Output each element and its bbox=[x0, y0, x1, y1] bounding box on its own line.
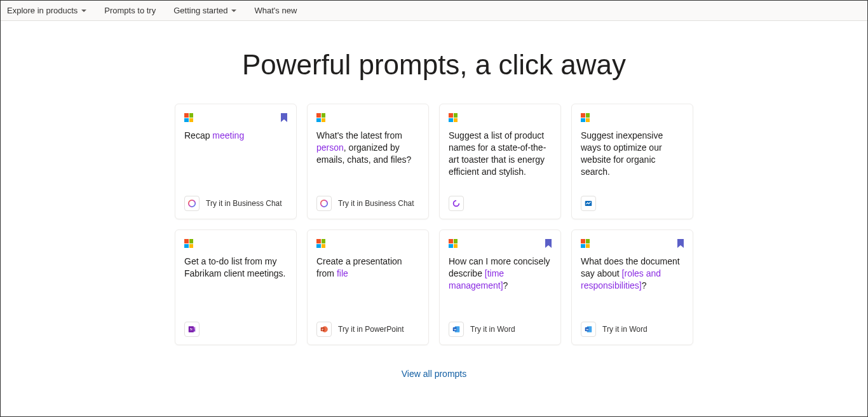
chevron-down-icon bbox=[231, 10, 236, 12]
bookmark-icon[interactable] bbox=[281, 113, 287, 122]
card-footer: WTry it in Word bbox=[581, 322, 684, 337]
prompt-text: How can I more concisely describe [time … bbox=[449, 256, 552, 317]
svg-text:W: W bbox=[586, 328, 589, 331]
svg-text:W: W bbox=[454, 328, 457, 331]
svg-point-0 bbox=[189, 200, 196, 207]
prompt-text-pre: Create a presentation from bbox=[316, 256, 402, 278]
copilot-icon[interactable] bbox=[184, 196, 200, 211]
svg-point-1 bbox=[321, 200, 328, 207]
prompt-text-pre: Get a to-do list from my Fabrikam client… bbox=[184, 256, 286, 278]
svg-rect-6 bbox=[194, 330, 195, 331]
prompt-card[interactable]: How can I more concisely describe [time … bbox=[439, 229, 561, 345]
powerpoint-icon[interactable]: P bbox=[316, 322, 332, 337]
prompt-card[interactable]: Suggest a list of product names for a st… bbox=[439, 104, 561, 219]
card-header bbox=[184, 239, 287, 250]
microsoft-logo-icon bbox=[316, 239, 325, 248]
word-icon[interactable]: W bbox=[581, 322, 596, 337]
card-footer: Try it in Business Chat bbox=[316, 196, 419, 211]
prompt-text-pre: Suggest a list of product names for a st… bbox=[449, 130, 546, 177]
prompt-text-pre: Suggest inexpensive ways to optimize our… bbox=[581, 130, 663, 177]
prompt-text-highlight: file bbox=[337, 268, 348, 278]
bookmark-icon[interactable] bbox=[677, 239, 684, 248]
card-header bbox=[449, 113, 552, 125]
prompt-text-post: ? bbox=[503, 280, 508, 291]
nav-prompts-to-try[interactable]: Prompts to try bbox=[103, 3, 157, 18]
card-footer bbox=[581, 196, 684, 211]
nav-label: Explore in products bbox=[7, 6, 78, 15]
page-title: Powerful prompts, a click away bbox=[1, 49, 867, 81]
microsoft-logo-icon bbox=[449, 113, 458, 122]
hero: Powerful prompts, a click away bbox=[1, 49, 867, 81]
prompt-text-pre: Recap bbox=[184, 130, 212, 140]
bookmark-icon[interactable] bbox=[545, 239, 552, 248]
microsoft-logo-icon bbox=[581, 239, 590, 248]
chevron-down-icon bbox=[81, 10, 86, 12]
prompt-card[interactable]: What's the latest from person, organized… bbox=[307, 104, 429, 219]
prompt-card[interactable]: What does the document say about [roles … bbox=[571, 229, 693, 345]
view-all-row: View all prompts bbox=[1, 368, 867, 379]
card-header bbox=[581, 113, 684, 125]
prompt-card[interactable]: Recap meetingTry it in Business Chat bbox=[175, 104, 297, 219]
microsoft-logo-icon bbox=[449, 239, 458, 248]
svg-text:P: P bbox=[322, 328, 323, 331]
prompt-text-highlight: meeting bbox=[212, 130, 244, 140]
microsoft-logo-icon bbox=[581, 113, 590, 122]
nav-label: Prompts to try bbox=[104, 6, 156, 15]
try-it-label: Try it in Business Chat bbox=[206, 199, 282, 208]
top-nav: Explore in products Prompts to try Getti… bbox=[1, 1, 867, 21]
nav-getting-started[interactable]: Getting started bbox=[172, 3, 238, 18]
card-header bbox=[581, 239, 684, 250]
prompt-text: Recap meeting bbox=[184, 130, 287, 191]
card-header bbox=[316, 113, 419, 125]
word-icon[interactable]: W bbox=[449, 322, 464, 337]
view-all-prompts-link[interactable]: View all prompts bbox=[402, 369, 466, 379]
microsoft-logo-icon bbox=[184, 239, 193, 248]
microsoft-logo-icon bbox=[316, 113, 325, 122]
prompt-text: Suggest inexpensive ways to optimize our… bbox=[581, 130, 684, 191]
prompt-text-post: ? bbox=[642, 280, 647, 291]
card-footer: PTry it in PowerPoint bbox=[316, 322, 419, 337]
copilot-icon[interactable] bbox=[316, 196, 332, 211]
prompt-text: What's the latest from person, organized… bbox=[316, 130, 419, 191]
nav-explore-in-products[interactable]: Explore in products bbox=[6, 3, 88, 18]
nav-label: Getting started bbox=[173, 6, 227, 15]
try-it-label: Try it in PowerPoint bbox=[338, 325, 404, 334]
svg-rect-5 bbox=[194, 329, 195, 330]
microsoft-logo-icon bbox=[184, 113, 193, 122]
card-footer: N bbox=[184, 322, 287, 337]
prompt-card[interactable]: Suggest inexpensive ways to optimize our… bbox=[571, 104, 693, 219]
prompt-card[interactable]: Create a presentation from filePTry it i… bbox=[307, 229, 429, 345]
card-header bbox=[316, 239, 419, 250]
try-it-label: Try it in Word bbox=[602, 325, 648, 334]
prompt-text: What does the document say about [roles … bbox=[581, 256, 684, 317]
onenote-icon[interactable]: N bbox=[184, 322, 200, 337]
prompt-card[interactable]: Get a to-do list from my Fabrikam client… bbox=[175, 229, 297, 345]
prompt-text: Suggest a list of product names for a st… bbox=[449, 130, 552, 191]
nav-label: What's new bbox=[254, 6, 297, 15]
whiteboard-icon[interactable] bbox=[581, 196, 596, 211]
card-header bbox=[184, 113, 287, 125]
loop-icon[interactable] bbox=[449, 196, 464, 211]
try-it-label: Try it in Business Chat bbox=[338, 199, 414, 208]
prompt-card-grid: Recap meetingTry it in Business ChatWhat… bbox=[1, 104, 867, 345]
try-it-label: Try it in Word bbox=[470, 325, 515, 334]
card-footer: Try it in Business Chat bbox=[184, 196, 287, 211]
svg-rect-4 bbox=[194, 327, 195, 329]
card-footer bbox=[449, 196, 552, 211]
prompt-text-pre: What's the latest from bbox=[316, 130, 402, 140]
nav-whats-new[interactable]: What's new bbox=[253, 3, 298, 18]
card-footer: WTry it in Word bbox=[449, 322, 552, 337]
prompt-text: Create a presentation from file bbox=[316, 256, 419, 317]
svg-text:N: N bbox=[190, 327, 193, 331]
prompt-text-highlight: person bbox=[316, 142, 344, 153]
prompt-text: Get a to-do list from my Fabrikam client… bbox=[184, 256, 287, 317]
card-header bbox=[449, 239, 552, 250]
